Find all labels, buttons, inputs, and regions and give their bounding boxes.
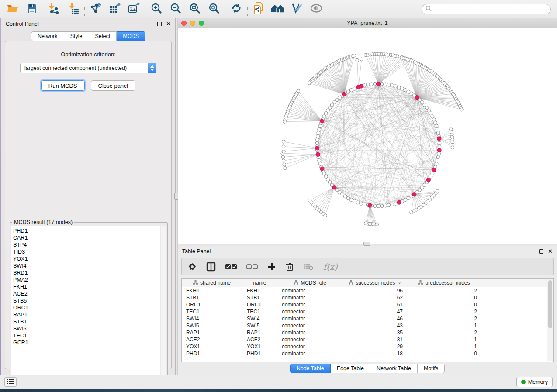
mcds-hub-node[interactable] — [426, 178, 430, 182]
network-node[interactable] — [435, 162, 438, 165]
function-builder-icon[interactable]: f(x) — [323, 262, 338, 272]
gear-icon[interactable] — [188, 262, 197, 271]
network-node[interactable] — [451, 146, 454, 149]
select-all-icon[interactable] — [225, 264, 237, 270]
memory-button[interactable]: Memory — [516, 377, 553, 387]
tab-edge-table[interactable]: Edge Table — [331, 364, 370, 373]
network-node[interactable] — [353, 199, 356, 203]
list-item[interactable]: YOX1 — [13, 255, 160, 262]
delete-icon[interactable] — [286, 262, 294, 272]
network-node[interactable] — [391, 203, 394, 206]
close-panel-button[interactable]: Close panel — [91, 80, 136, 91]
table-row[interactable]: FKH1FKH1dominator962 — [182, 287, 553, 294]
mcds-hub-node[interactable] — [320, 119, 324, 123]
network-node[interactable] — [460, 108, 464, 111]
network-node[interactable] — [315, 141, 319, 145]
mcds-result-list[interactable]: PHD1CAR1STP4TID3YOX1SWI4SRD1PMA2FKH1ACE2… — [11, 226, 160, 381]
tab-mcds[interactable]: MCDS — [117, 31, 145, 41]
network-node[interactable] — [410, 211, 413, 214]
save-session-button[interactable] — [24, 2, 40, 17]
zoom-in-button[interactable] — [148, 2, 165, 17]
network-node[interactable] — [316, 134, 319, 138]
apply-layout-button[interactable] — [228, 2, 245, 17]
network-node[interactable] — [283, 163, 286, 166]
tab-select[interactable]: Select — [89, 31, 117, 41]
column-header-name[interactable]: name — [242, 279, 277, 287]
network-node[interactable] — [353, 87, 356, 90]
network-node[interactable] — [370, 83, 373, 86]
network-node[interactable] — [318, 124, 322, 128]
import-table-button[interactable] — [65, 2, 82, 17]
list-item[interactable]: STB5 — [13, 297, 160, 304]
mcds-list-scrollbar[interactable] — [161, 226, 166, 381]
mcds-hub-node[interactable] — [320, 167, 324, 171]
network-node[interactable] — [438, 141, 441, 145]
network-node[interactable] — [438, 145, 441, 148]
list-item[interactable]: FKH1 — [13, 283, 160, 290]
list-item[interactable]: PMA2 — [13, 276, 160, 283]
mcds-hub-node[interactable] — [360, 84, 363, 88]
network-node[interactable] — [282, 150, 286, 153]
network-node[interactable] — [373, 204, 377, 208]
network-node[interactable] — [318, 162, 322, 165]
clear-table-icon[interactable] — [303, 263, 314, 270]
mcds-hub-node[interactable] — [412, 193, 416, 196]
network-node[interactable] — [436, 131, 440, 134]
list-item[interactable]: STP4 — [13, 241, 160, 248]
open-session-button[interactable] — [4, 2, 21, 17]
network-node[interactable] — [436, 155, 440, 159]
column-header-successor-nodes[interactable]: successor nodes∨ — [343, 279, 407, 287]
network-node[interactable] — [356, 58, 359, 62]
network-node[interactable] — [436, 159, 439, 162]
float-panel-icon[interactable] — [157, 22, 162, 26]
zoom-selected-button[interactable] — [206, 2, 222, 17]
table-row[interactable]: ACE2ACE2connector311 — [182, 336, 553, 343]
close-panel-icon[interactable]: ✕ — [166, 22, 171, 26]
network-node[interactable] — [400, 87, 404, 90]
network-node[interactable] — [308, 199, 311, 202]
network-node[interactable] — [391, 84, 394, 87]
list-item[interactable]: SRD1 — [13, 269, 160, 276]
search-input[interactable] — [434, 6, 547, 12]
import-network-button[interactable] — [46, 2, 62, 17]
task-history-button[interactable] — [4, 377, 17, 387]
network-node[interactable] — [387, 203, 391, 207]
network-node[interactable] — [366, 83, 370, 86]
network-node[interactable] — [360, 58, 363, 61]
table-row[interactable]: PHD1PHD1dominator180 — [182, 350, 553, 357]
network-node[interactable] — [281, 155, 285, 159]
table-row[interactable]: RAP1RAP1dominator352 — [182, 329, 553, 336]
deselect-all-icon[interactable] — [246, 264, 258, 270]
tab-network-table[interactable]: Network Table — [370, 364, 418, 373]
column-header-predecessor-nodes[interactable]: predecessor nodes — [407, 279, 481, 287]
mcds-hub-node[interactable] — [332, 186, 336, 189]
table-scrollbar[interactable] — [547, 279, 553, 361]
export-image-button[interactable] — [126, 2, 142, 17]
mcds-hub-node[interactable] — [368, 203, 372, 207]
table-row[interactable]: TEC1TEC1connector472 — [182, 308, 553, 315]
network-node[interactable] — [363, 203, 366, 206]
network-node[interactable] — [360, 202, 363, 205]
network-node[interactable] — [317, 131, 320, 134]
list-item[interactable]: TEC1 — [13, 332, 160, 339]
network-node[interactable] — [380, 82, 384, 86]
list-item[interactable]: PHD1 — [13, 227, 160, 234]
export-table-button[interactable] — [107, 2, 123, 17]
network-node[interactable] — [282, 159, 285, 163]
list-item[interactable]: CAR1 — [13, 234, 160, 241]
mcds-hub-node[interactable] — [437, 137, 441, 141]
network-node[interactable] — [282, 145, 285, 148]
mcds-hub-node[interactable] — [315, 146, 319, 150]
network-node[interactable] — [394, 85, 397, 88]
network-node[interactable] — [318, 127, 321, 131]
table-row[interactable]: SWI5SWI5connector431 — [182, 322, 553, 329]
network-node[interactable] — [404, 198, 407, 202]
network-canvas[interactable] — [178, 28, 557, 244]
style-edit-button[interactable] — [289, 2, 305, 17]
tab-network[interactable]: Network — [31, 31, 64, 41]
tab-motifs[interactable]: Motifs — [418, 364, 445, 373]
optimization-criterion-select[interactable]: largest connected component (undirected) — [20, 63, 156, 73]
split-columns-icon[interactable] — [206, 262, 216, 272]
network-node[interactable] — [384, 83, 387, 86]
list-item[interactable]: ORC1 — [13, 304, 160, 311]
